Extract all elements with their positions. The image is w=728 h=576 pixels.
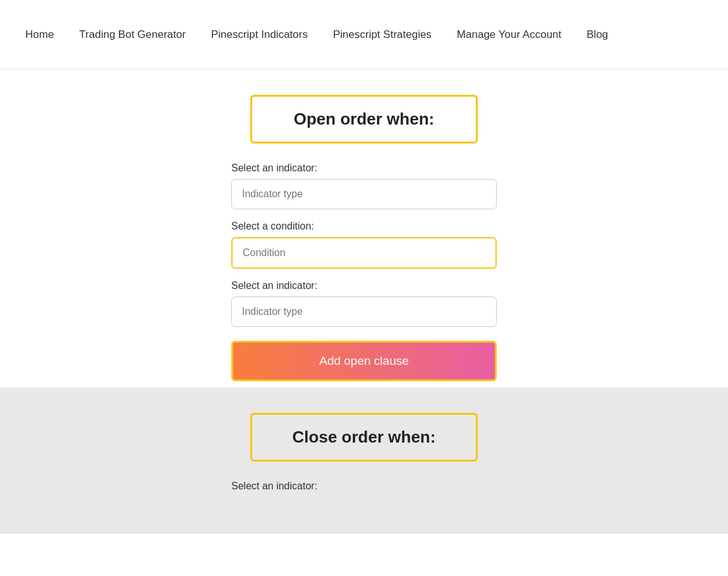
close-order-title: Close order when: xyxy=(250,413,478,462)
close-order-section: Close order when: Select an indicator: xyxy=(0,388,728,534)
add-open-clause-button[interactable]: Add open clause xyxy=(231,341,497,381)
close-indicator-label: Select an indicator: xyxy=(231,481,497,492)
indicator2-input[interactable] xyxy=(231,297,497,327)
indicator1-label: Select an indicator: xyxy=(231,162,497,174)
indicator1-input[interactable] xyxy=(231,179,497,209)
nav-manage-account[interactable]: Manage Your Account xyxy=(457,28,561,41)
close-indicator-group: Select an indicator: xyxy=(231,481,497,497)
nav-pinescript-indicators[interactable]: Pinescript Indicators xyxy=(211,28,308,41)
indicator1-group: Select an indicator: xyxy=(231,162,497,209)
open-order-section: Open order when: Select an indicator: Se… xyxy=(0,70,728,381)
nav-trading-bot[interactable]: Trading Bot Generator xyxy=(79,28,186,41)
open-order-title: Open order when: xyxy=(250,95,478,144)
indicator2-label: Select an indicator: xyxy=(231,280,497,291)
condition-label: Select a condition: xyxy=(231,221,497,232)
nav-home[interactable]: Home xyxy=(25,28,54,41)
condition-group: Select a condition: xyxy=(231,221,497,269)
condition-input[interactable] xyxy=(231,237,497,269)
nav-blog[interactable]: Blog xyxy=(586,28,608,41)
main-nav: Home Trading Bot Generator Pinescript In… xyxy=(0,0,728,70)
indicator2-group: Select an indicator: xyxy=(231,280,497,327)
nav-pinescript-strategies[interactable]: Pinescript Strategies xyxy=(333,28,432,41)
